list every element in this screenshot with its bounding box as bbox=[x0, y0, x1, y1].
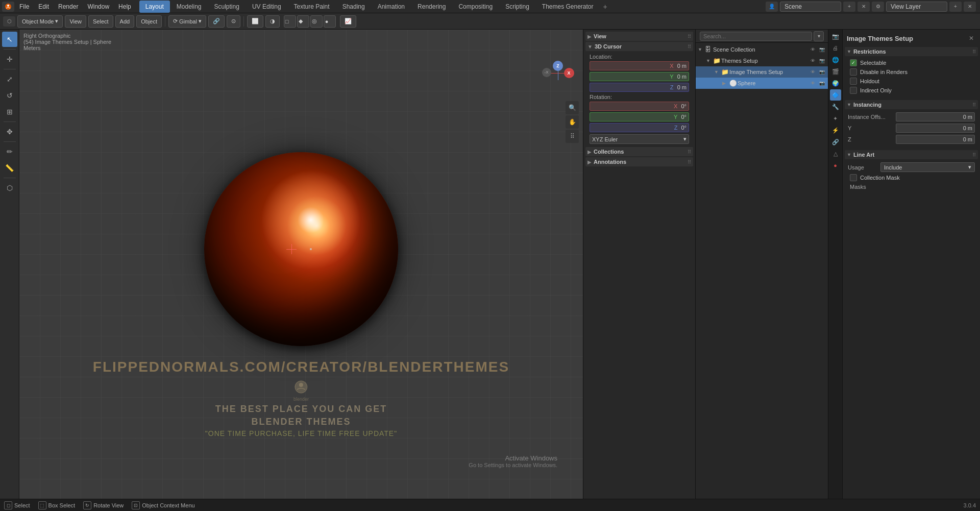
collection-mask-checkbox[interactable] bbox=[850, 174, 857, 181]
menu-window[interactable]: Window bbox=[83, 2, 113, 11]
object-mode-btn[interactable]: Object Mode ▾ bbox=[17, 15, 63, 28]
indirect-only-checkbox[interactable] bbox=[850, 87, 857, 94]
zoom-in-btn[interactable]: 🔍 bbox=[566, 101, 579, 114]
select-btn[interactable]: Select bbox=[88, 15, 113, 28]
disable-in-renders-checkbox[interactable] bbox=[850, 68, 857, 76]
graph-btn[interactable]: 📈 bbox=[340, 15, 356, 28]
themes-setup-render-btn[interactable]: 📷 bbox=[818, 57, 826, 65]
scene-selector[interactable]: Scene bbox=[780, 2, 841, 12]
tab-modeling[interactable]: Modeling bbox=[170, 1, 208, 13]
add-workspace-btn[interactable]: + bbox=[600, 2, 610, 12]
outliner-search-input[interactable] bbox=[700, 32, 812, 41]
themes-setup-visibility-btn[interactable]: 👁 bbox=[808, 57, 817, 65]
tab-themes-generator[interactable]: Themes Generator bbox=[536, 1, 600, 13]
tab-rendering[interactable]: Rendering bbox=[411, 1, 452, 13]
physics-properties-btn[interactable]: ⚡ bbox=[830, 125, 841, 136]
menu-edit[interactable]: Edit bbox=[34, 2, 53, 11]
add-object-tool-btn[interactable]: ⬡ bbox=[2, 180, 17, 196]
status-box-select-btn[interactable]: ⬚ Box Select bbox=[38, 501, 76, 509]
menu-help[interactable]: Help bbox=[114, 2, 135, 11]
scene-settings-btn[interactable]: ⚙ bbox=[872, 2, 884, 12]
blender-logo-btn[interactable] bbox=[2, 2, 14, 12]
scene-delete-btn[interactable]: ✕ bbox=[857, 2, 870, 12]
scene-new-btn[interactable]: + bbox=[843, 2, 855, 12]
tab-animation[interactable]: Animation bbox=[372, 1, 411, 13]
shading-btn[interactable]: ◑ bbox=[265, 15, 280, 28]
annotate-tool-btn[interactable]: ✏ bbox=[2, 144, 17, 159]
tab-shading[interactable]: Shading bbox=[336, 1, 371, 13]
cursor-x-field[interactable]: X 0 m bbox=[590, 61, 689, 70]
pan-btn[interactable]: ✋ bbox=[566, 115, 579, 129]
scale-tool-btn[interactable]: ⊞ bbox=[2, 104, 17, 119]
tab-uv-editing[interactable]: UV Editing bbox=[246, 1, 287, 13]
rot-x-field[interactable]: X 0° bbox=[590, 102, 689, 111]
outliner-scene-collection[interactable]: ▼ 🗄 Scene Collection 👁 📷 bbox=[696, 44, 828, 55]
view-layer-new-btn[interactable]: + bbox=[949, 2, 962, 12]
instance-offset-z-field[interactable]: 0 m bbox=[896, 135, 975, 144]
render-properties-btn[interactable]: 📷 bbox=[830, 31, 841, 42]
view-layer-delete-btn[interactable]: ✕ bbox=[964, 2, 976, 12]
particles-properties-btn[interactable]: ✦ bbox=[830, 113, 841, 124]
selectable-checkbox[interactable]: ✓ bbox=[850, 59, 857, 66]
outliner-image-themes-setup[interactable]: ▼ 📁 Image Themes Setup 👁 📷 bbox=[696, 66, 828, 78]
instance-offset-x-field[interactable]: 0 m bbox=[896, 112, 975, 121]
tab-layout[interactable]: Layout bbox=[139, 1, 170, 13]
transform-tool-btn[interactable]: ✥ bbox=[2, 124, 17, 139]
view-section-header[interactable]: ▶ View ⠿ bbox=[585, 32, 693, 41]
scene-properties-btn[interactable]: 🎬 bbox=[830, 66, 841, 77]
image-themes-visibility-btn[interactable]: 👁 bbox=[808, 68, 817, 76]
outliner-sphere[interactable]: ▶ ⚪ Sphere 👁 📷 bbox=[696, 78, 828, 89]
select-tool-btn[interactable]: ↖ bbox=[2, 32, 17, 47]
wireframe-btn[interactable]: □ bbox=[284, 15, 296, 28]
material-preview-btn[interactable]: ◎ bbox=[310, 15, 323, 28]
modifier-properties-btn[interactable]: 🔧 bbox=[830, 101, 841, 112]
outliner-themes-setup[interactable]: ▼ 📁 Themes Setup 👁 📷 bbox=[696, 55, 828, 66]
annotations-section-header[interactable]: ▶ Annotations ⠿ bbox=[585, 157, 693, 166]
gizmo-neg-x-btn[interactable]: -X bbox=[542, 68, 551, 77]
overlay-btn[interactable]: ⬜ bbox=[247, 15, 263, 28]
rotation-mode-dropdown[interactable]: XYZ Euler ▾ bbox=[590, 134, 689, 144]
solid-btn[interactable]: ◆ bbox=[297, 15, 309, 28]
cursor-y-field[interactable]: Y 0 m bbox=[590, 72, 689, 81]
numpad-btn[interactable]: ⠿ bbox=[566, 130, 579, 143]
scene-collection-render-btn[interactable]: 📷 bbox=[818, 45, 826, 54]
user-icon-btn[interactable]: 👤 bbox=[766, 2, 778, 12]
view-layer-selector[interactable]: View Layer bbox=[886, 2, 947, 12]
status-rotate-btn[interactable]: ↻ Rotate View bbox=[83, 501, 124, 509]
sphere-visibility-btn[interactable]: 👁 bbox=[808, 79, 817, 87]
measure-tool-btn[interactable]: 📏 bbox=[2, 160, 17, 176]
material-properties-btn[interactable]: ● bbox=[830, 160, 841, 171]
tab-scripting[interactable]: Scripting bbox=[499, 1, 535, 13]
add-btn[interactable]: Add bbox=[115, 15, 135, 28]
proportional-btn[interactable]: ⊙ bbox=[227, 15, 240, 28]
rot-z-field[interactable]: Z 0° bbox=[590, 123, 689, 132]
lineart-header[interactable]: ▼ Line Art ⠿ bbox=[845, 150, 978, 159]
transform-btn[interactable]: ⟳ Gimbal ▾ bbox=[168, 15, 206, 28]
move-tool-btn[interactable]: ⤢ bbox=[2, 71, 17, 87]
constraints-properties-btn[interactable]: 🔗 bbox=[830, 136, 841, 148]
tab-sculpting[interactable]: Sculpting bbox=[208, 1, 246, 13]
sphere-render-btn[interactable]: 📷 bbox=[818, 79, 826, 87]
collections-section-header[interactable]: ▶ Collections ⠿ bbox=[585, 147, 693, 156]
detail-close-btn[interactable]: ✕ bbox=[967, 34, 976, 43]
holdout-checkbox[interactable] bbox=[850, 78, 857, 85]
instance-offset-y-field[interactable]: 0 m bbox=[896, 124, 975, 133]
gizmo-z-btn[interactable]: Z bbox=[553, 61, 563, 71]
gizmo-x-btn[interactable]: X bbox=[564, 68, 574, 78]
scene-collection-visibility-btn[interactable]: 👁 bbox=[808, 45, 817, 54]
image-themes-render-btn[interactable]: 📷 bbox=[818, 68, 826, 76]
menu-file[interactable]: File bbox=[15, 2, 33, 11]
instancing-header[interactable]: ▼ Instancing ⠿ bbox=[845, 100, 978, 109]
cursor-z-field[interactable]: Z 0 m bbox=[590, 83, 689, 92]
viewport-3d[interactable]: Right Orthographic (54) Image Themes Set… bbox=[19, 30, 583, 499]
viewport-gizmo[interactable]: Z X -X bbox=[540, 55, 576, 91]
cursor-tool-btn[interactable]: ✛ bbox=[2, 52, 17, 67]
object-btn[interactable]: Object bbox=[136, 15, 162, 28]
status-select-btn[interactable]: ◻ Select bbox=[4, 501, 30, 509]
data-properties-btn[interactable]: △ bbox=[830, 148, 841, 159]
cursor-section-header[interactable]: ▼ 3D Cursor ⠿ bbox=[585, 42, 693, 51]
tab-compositing[interactable]: Compositing bbox=[452, 1, 499, 13]
view-btn[interactable]: View bbox=[65, 15, 86, 28]
outliner-filter-btn[interactable]: ▾ bbox=[814, 31, 824, 41]
world-properties-btn[interactable]: 🌍 bbox=[830, 78, 841, 89]
